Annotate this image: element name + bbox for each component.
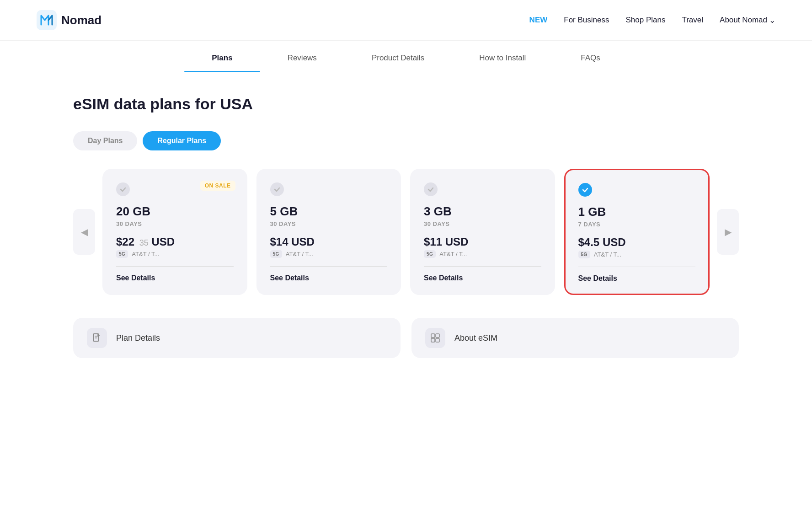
nav-for-business[interactable]: For Business (564, 16, 609, 25)
network-name-5gb: AT&T / T... (286, 251, 313, 257)
chevron-down-icon: ⌄ (769, 16, 775, 25)
about-esim-button[interactable]: About eSIM (411, 318, 739, 358)
tabs-bar: Plans Reviews Product Details How to Ins… (0, 44, 812, 72)
svg-rect-2 (431, 334, 435, 338)
brand-name: Nomad (61, 13, 102, 27)
plan-card-5gb[interactable]: 5 GB 30 DAYS $14 USD 5G AT&T / T... See … (256, 169, 401, 295)
network-name-3gb: AT&T / T... (439, 251, 467, 257)
network-row-20gb: 5G AT&T / T... (116, 250, 234, 258)
see-details-1gb[interactable]: See Details (578, 274, 696, 283)
plan-original-price-20gb: 35 (139, 238, 149, 247)
plan-price-20gb: $22 35 USD (116, 236, 234, 248)
network-row-5gb: 5G AT&T / T... (270, 250, 388, 258)
divider-1gb (578, 267, 696, 267)
main-nav: NEW For Business Shop Plans Travel About… (529, 16, 775, 25)
main-content: eSIM data plans for USA Day Plans Regula… (0, 72, 812, 381)
plan-cards-list: ON SALE 20 GB 30 DAYS $22 35 USD 5G AT&T… (102, 169, 710, 295)
check-icon-5gb (270, 182, 284, 196)
about-esim-icon (425, 328, 445, 348)
about-esim-label: About eSIM (454, 333, 497, 343)
tab-plans[interactable]: Plans (184, 44, 260, 72)
tab-product-details[interactable]: Product Details (344, 44, 452, 72)
scroll-left-button[interactable]: ◀ (73, 209, 95, 255)
plan-price-5gb: $14 USD (270, 236, 388, 248)
check-icon-1gb (578, 183, 592, 197)
page-title: eSIM data plans for USA (73, 95, 739, 113)
logo[interactable]: Nomad (37, 10, 102, 30)
on-sale-badge: ON SALE (200, 181, 235, 191)
see-details-20gb[interactable]: See Details (116, 274, 234, 282)
network-name-1gb: AT&T / T... (594, 251, 621, 258)
nav-shop-plans[interactable]: Shop Plans (625, 16, 665, 25)
svg-rect-4 (431, 338, 435, 342)
plan-price-1gb: $4.5 USD (578, 236, 696, 249)
network-badge-3gb: 5G (424, 250, 436, 258)
network-badge-5gb: 5G (270, 250, 282, 258)
check-icon-20gb (116, 182, 130, 196)
network-badge-1gb: 5G (578, 251, 590, 258)
network-name-20gb: AT&T / T... (132, 251, 159, 257)
svg-rect-0 (37, 10, 57, 30)
header: Nomad NEW For Business Shop Plans Travel… (0, 0, 812, 41)
nav-about-nomad[interactable]: About Nomad ⌄ (720, 16, 775, 25)
network-row-3gb: 5G AT&T / T... (424, 250, 541, 258)
check-icon-3gb (424, 182, 438, 196)
day-plans-button[interactable]: Day Plans (73, 131, 137, 150)
see-details-5gb[interactable]: See Details (270, 274, 388, 282)
divider-3gb (424, 266, 541, 267)
svg-rect-5 (436, 338, 439, 342)
tab-how-to-install[interactable]: How to Install (452, 44, 553, 72)
network-badge-20gb: 5G (116, 250, 128, 258)
plan-price-3gb: $11 USD (424, 236, 541, 248)
plan-data-20gb: 20 GB (116, 204, 234, 219)
plan-details-label: Plan Details (116, 333, 160, 343)
regular-plans-button[interactable]: Regular Plans (143, 131, 221, 150)
divider-5gb (270, 266, 388, 267)
plan-days-3gb: 30 DAYS (424, 220, 541, 227)
network-row-1gb: 5G AT&T / T... (578, 251, 696, 258)
tab-faqs[interactable]: FAQs (553, 44, 628, 72)
plan-details-button[interactable]: Plan Details (73, 318, 401, 358)
see-details-3gb[interactable]: See Details (424, 274, 541, 282)
plan-card-1gb[interactable]: 1 GB 7 DAYS $4.5 USD 5G AT&T / T... See … (564, 169, 710, 295)
plan-data-5gb: 5 GB (270, 204, 388, 219)
plan-data-3gb: 3 GB (424, 204, 541, 219)
plan-card-20gb[interactable]: ON SALE 20 GB 30 DAYS $22 35 USD 5G AT&T… (102, 169, 247, 295)
nav-new-badge[interactable]: NEW (529, 16, 548, 25)
divider-20gb (116, 266, 234, 267)
plan-days-20gb: 30 DAYS (116, 220, 234, 227)
svg-rect-3 (436, 334, 439, 338)
scroll-right-button[interactable]: ▶ (717, 209, 739, 255)
tab-reviews[interactable]: Reviews (260, 44, 344, 72)
plan-details-icon (87, 328, 107, 348)
nav-travel[interactable]: Travel (682, 16, 703, 25)
plan-card-3gb[interactable]: 3 GB 30 DAYS $11 USD 5G AT&T / T... See … (410, 169, 555, 295)
plan-days-1gb: 7 DAYS (578, 221, 696, 228)
cards-wrapper: ◀ ON SALE 20 GB 30 DAYS $22 35 USD 5G AT… (73, 169, 739, 295)
plan-toggle: Day Plans Regular Plans (73, 131, 739, 150)
bottom-actions: Plan Details About eSIM (73, 318, 739, 358)
plan-days-5gb: 30 DAYS (270, 220, 388, 227)
arrow-right-icon: ▶ (725, 226, 732, 237)
arrow-left-icon: ◀ (81, 226, 88, 237)
plan-data-1gb: 1 GB (578, 205, 696, 219)
